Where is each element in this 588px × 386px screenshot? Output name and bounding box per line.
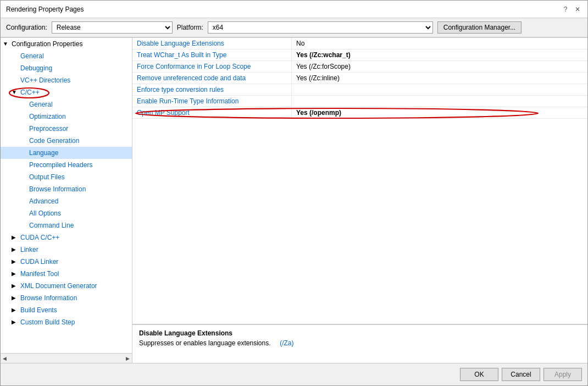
- sidebar-item-manifest-tool[interactable]: ▶ Manifest Tool: [1, 268, 132, 280]
- sidebar-label-cpp-general: General: [29, 100, 53, 109]
- prop-name-remove-unreferenced: Remove unreferenced code and data: [132, 73, 292, 84]
- main-content: ▼ Configuration Properties General Debug…: [1, 37, 587, 363]
- prop-value-enforce-type: [292, 84, 301, 95]
- prop-row-enforce-type[interactable]: Enforce type conversion rules: [132, 84, 587, 96]
- sidebar: ▼ Configuration Properties General Debug…: [1, 38, 132, 363]
- prop-row-openmp[interactable]: Open MP Support Yes (/openmp): [132, 107, 587, 119]
- sidebar-item-general[interactable]: General: [1, 50, 132, 62]
- sidebar-item-xml-doc[interactable]: ▶ XML Document Generator: [1, 280, 132, 292]
- title-controls: ? ✕: [561, 5, 582, 14]
- sidebar-item-cuda-linker[interactable]: ▶ CUDA Linker: [1, 256, 132, 268]
- sidebar-label-config-props: Configuration Properties: [12, 39, 82, 49]
- sidebar-hscroll[interactable]: ◀ ▶: [1, 353, 132, 363]
- footer: OK Cancel Apply: [1, 363, 587, 385]
- prop-row-openmp-wrapper: Open MP Support Yes (/openmp): [132, 107, 587, 119]
- prop-name-rtti: Enable Run-Time Type Information: [132, 96, 292, 107]
- sidebar-item-language[interactable]: Language: [1, 147, 132, 159]
- sidebar-item-ccpp[interactable]: ▼ C/C++: [1, 86, 132, 98]
- description-panel: Disable Language Extensions Suppresses o…: [132, 324, 587, 363]
- cancel-button[interactable]: Cancel: [502, 368, 540, 381]
- config-label: Configuration:: [6, 24, 47, 31]
- dialog-title: Rendering Property Pages: [6, 5, 84, 13]
- prop-value-rtti: [292, 96, 301, 107]
- ok-button[interactable]: OK: [460, 368, 498, 381]
- prop-value-openmp: Yes (/openmp): [292, 107, 346, 118]
- prop-value-force-conformance: Yes (/Zc:forScope): [292, 61, 355, 72]
- description-title: Disable Language Extensions: [139, 329, 581, 337]
- prop-value-treat-wchar: Yes (/Zc:wchar_t): [292, 49, 355, 60]
- sidebar-item-config-props[interactable]: ▼ Configuration Properties: [1, 38, 132, 50]
- sidebar-item-custom-build[interactable]: ▶ Custom Build Step: [1, 316, 132, 328]
- description-text: Suppresses or enables language extension…: [139, 339, 581, 347]
- prop-name-treat-wchar: Treat WChar_t As Built in Type: [132, 49, 292, 60]
- title-bar: Rendering Property Pages ? ✕: [1, 1, 587, 18]
- sidebar-label-custom-build: Custom Build Step: [20, 317, 75, 327]
- configuration-dropdown[interactable]: Release: [52, 21, 173, 34]
- sidebar-item-preprocessor[interactable]: Preprocessor: [1, 123, 132, 135]
- sidebar-item-cpp-general[interactable]: General: [1, 98, 132, 111]
- sidebar-label-language: Language: [29, 148, 58, 158]
- prop-name-enforce-type: Enforce type conversion rules: [132, 84, 292, 95]
- prop-name-force-conformance: Force Conformance in For Loop Scope: [132, 61, 292, 72]
- prop-row-remove-unreferenced[interactable]: Remove unreferenced code and data Yes (/…: [132, 73, 587, 84]
- sidebar-label-vc-dirs: VC++ Directories: [20, 75, 70, 85]
- prop-row-treat-wchar[interactable]: Treat WChar_t As Built in Type Yes (/Zc:…: [132, 49, 587, 61]
- prop-name-disable-lang-ext: Disable Language Extensions: [132, 38, 292, 49]
- scroll-right-arrow[interactable]: ▶: [126, 356, 130, 361]
- sidebar-label-code-gen: Code Generation: [29, 136, 79, 146]
- sidebar-label-precomp-hdrs: Precompiled Headers: [29, 160, 92, 170]
- sidebar-label-ccpp: C/C++: [20, 87, 40, 97]
- sidebar-label-debugging: Debugging: [20, 63, 52, 73]
- sidebar-item-debugging[interactable]: Debugging: [1, 62, 132, 74]
- sidebar-item-build-events[interactable]: ▶ Build Events: [1, 304, 132, 316]
- arrow-config-props: ▼: [3, 39, 9, 49]
- description-text-main: Suppresses or enables language extension…: [139, 339, 271, 347]
- help-button[interactable]: ?: [561, 5, 570, 14]
- sidebar-item-optimization[interactable]: Optimization: [1, 111, 132, 123]
- sidebar-item-vc-dirs[interactable]: VC++ Directories: [1, 74, 132, 86]
- scroll-left-arrow[interactable]: ◀: [3, 356, 7, 361]
- sidebar-inner: ▼ Configuration Properties General Debug…: [1, 38, 132, 353]
- apply-button[interactable]: Apply: [543, 368, 582, 381]
- sidebar-item-code-gen[interactable]: Code Generation: [1, 135, 132, 147]
- sidebar-item-browse-info[interactable]: Browse Information: [1, 183, 132, 195]
- right-panel: Disable Language Extensions No Treat WCh…: [132, 38, 587, 363]
- sidebar-item-precomp-hdrs[interactable]: Precompiled Headers: [1, 159, 132, 171]
- sidebar-label-optimization: Optimization: [29, 112, 66, 122]
- sidebar-label-general: General: [20, 51, 44, 61]
- sidebar-item-advanced[interactable]: Advanced: [1, 195, 132, 207]
- close-button[interactable]: ✕: [573, 5, 582, 14]
- sidebar-label-browse-info-top: Browse Information: [20, 293, 77, 303]
- platform-label: Platform:: [177, 24, 203, 31]
- description-code: (/Za): [280, 339, 293, 347]
- sidebar-label-build-events: Build Events: [20, 305, 57, 315]
- sidebar-item-linker[interactable]: ▶ Linker: [1, 244, 132, 256]
- sidebar-item-all-options[interactable]: All Options: [1, 207, 132, 219]
- sidebar-label-preprocessor: Preprocessor: [29, 124, 68, 134]
- sidebar-label-command-line: Command Line: [29, 220, 74, 230]
- sidebar-label-output-files: Output Files: [29, 172, 65, 182]
- sidebar-label-all-options: All Options: [29, 208, 61, 218]
- properties-table: Disable Language Extensions No Treat WCh…: [132, 38, 587, 324]
- sidebar-item-browse-info-top[interactable]: ▶ Browse Information: [1, 292, 132, 304]
- sidebar-label-browse-info: Browse Information: [29, 184, 86, 194]
- config-manager-button[interactable]: Configuration Manager...: [437, 21, 522, 34]
- sidebar-label-linker: Linker: [20, 245, 38, 255]
- prop-row-disable-lang-ext[interactable]: Disable Language Extensions No: [132, 38, 587, 49]
- sidebar-item-cuda-cpp[interactable]: ▶ CUDA C/C++: [1, 231, 132, 244]
- dialog: Rendering Property Pages ? ✕ Configurati…: [0, 0, 588, 386]
- sidebar-item-command-line[interactable]: Command Line: [1, 219, 132, 231]
- sidebar-item-output-files[interactable]: Output Files: [1, 171, 132, 183]
- sidebar-label-cuda-cpp: CUDA C/C++: [20, 233, 59, 242]
- sidebar-item-ccpp-wrapper: ▼ C/C++: [1, 86, 132, 98]
- platform-dropdown[interactable]: x64: [208, 21, 433, 34]
- prop-row-rtti[interactable]: Enable Run-Time Type Information: [132, 96, 587, 107]
- config-row: Configuration: Release Platform: x64 Con…: [1, 18, 587, 37]
- prop-name-openmp: Open MP Support: [132, 107, 292, 118]
- prop-row-force-conformance[interactable]: Force Conformance in For Loop Scope Yes …: [132, 61, 587, 73]
- prop-value-disable-lang-ext: No: [292, 38, 309, 49]
- sidebar-label-manifest-tool: Manifest Tool: [20, 269, 59, 279]
- sidebar-label-advanced: Advanced: [29, 196, 58, 206]
- sidebar-label-cuda-linker: CUDA Linker: [20, 257, 58, 267]
- sidebar-label-xml-doc: XML Document Generator: [20, 281, 97, 291]
